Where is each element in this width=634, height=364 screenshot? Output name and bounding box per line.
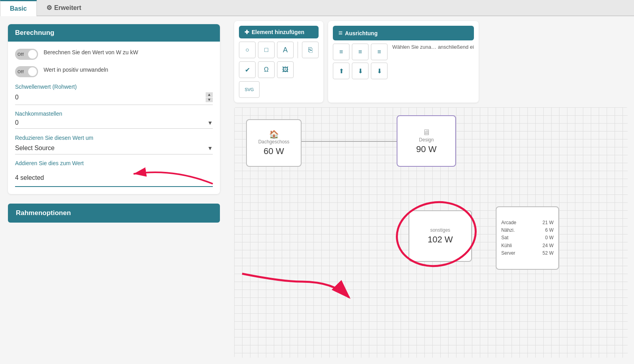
canvas-area[interactable]: 🏠 Dachgeschoss 60 W 🖥 Design 90 W sonsti…	[234, 107, 628, 358]
selected-count: 4 selected	[15, 174, 189, 181]
spinner-down[interactable]: ▼	[206, 97, 213, 102]
select-source-text: Select Source	[15, 145, 207, 152]
element-hinzufuegen-card: ✚ Element hinzufügen ○ □ A ⎘ ✔ Ω 🖼 SVG	[234, 21, 323, 103]
align-top-btn[interactable]: ⬆	[333, 63, 349, 79]
ausrichtung-card: ≡ Ausrichtung ≡ ≡ ≡ ⬆ ⬇ ⬇	[328, 21, 479, 103]
erweitert-icon: ⚙	[46, 4, 52, 11]
arcade-item-arcade: Arcade 21 W	[501, 219, 554, 227]
nahzi-name: Nähzi.	[501, 227, 515, 234]
spinner-up[interactable]: ▲	[206, 92, 213, 97]
schwellenwert-row: ▲ ▼	[15, 92, 213, 105]
toggle-positiv[interactable]: Off	[15, 66, 38, 77]
shape-rect-btn[interactable]: □	[258, 42, 275, 58]
toggle-row-2: Off Wert in positiv umwandeln	[15, 66, 213, 77]
node-design[interactable]: 🖥 Design 90 W	[397, 115, 456, 167]
ausrichtung-btn[interactable]: ≡ Ausrichtung	[333, 26, 474, 40]
align-description: Wählen Sie zuna… anschließend ei	[392, 44, 474, 51]
kuhli-value: 24 W	[542, 242, 554, 250]
toggle-knob-1	[28, 50, 37, 59]
sat-value: 0 W	[545, 234, 554, 242]
arcade-item-sat: Sat 0 W	[501, 234, 554, 242]
dachgeschoss-value: 60 W	[264, 146, 284, 156]
arcade-item-kuhli: Kühli 24 W	[501, 242, 554, 250]
shape-image-btn[interactable]: 🖼	[277, 61, 294, 78]
server-name: Server	[501, 250, 515, 257]
pink-arrow-canvas	[234, 242, 420, 321]
rahmenoptionen-button[interactable]: Rahmenoptionen	[8, 204, 220, 223]
toolbar-area: ✚ Element hinzufügen ○ □ A ⎘ ✔ Ω 🖼 SVG	[228, 16, 634, 107]
pink-arrow-annotation	[189, 172, 213, 184]
shape-circle-btn[interactable]: ○	[239, 42, 256, 58]
shape-icons-row-2: ✔ Ω 🖼	[239, 61, 319, 78]
schwellenwert-label: Schwellenwert (Rohwert)	[15, 84, 213, 90]
arcade-value: 21 W	[542, 219, 554, 227]
align-center-btn[interactable]: ≡	[352, 44, 369, 60]
toggle-text-2: Wert in positiv umwandeln	[44, 66, 108, 74]
nachkommastellen-select[interactable]: 0 1 2	[15, 119, 207, 126]
main-content: Berechnung Off Berechnen Sie den Wert vo…	[0, 16, 634, 364]
sat-name: Sat	[501, 234, 508, 242]
design-value: 90 W	[416, 144, 436, 154]
align-icons-row-2: ⬆ ⬇ ⬇	[333, 63, 388, 79]
design-label: Design	[419, 137, 433, 143]
shape-icons-row-1: ○ □ A ⎘	[239, 42, 319, 58]
arcade-item-nahzi: Nähzi. 6 W	[501, 227, 554, 234]
tab-erweitert-label: Erweitert	[54, 4, 81, 11]
kuhli-name: Kühli	[501, 242, 512, 250]
node-arcade[interactable]: Arcade 21 W Nähzi. 6 W Sat 0 W Kühli 24 …	[496, 206, 559, 270]
arcade-item-server: Server 52 W	[501, 250, 554, 257]
berechnung-body: Off Berechnen Sie den Wert von W zu kW O…	[8, 42, 220, 194]
shape-svg-btn[interactable]: SVG	[239, 81, 260, 98]
tab-bar: Basic ⚙ Erweitert	[0, 0, 634, 16]
addieren-label: Addieren Sie dies zum Wert	[15, 160, 213, 166]
element-plus-icon: ✚	[244, 29, 249, 35]
toggle-knob-2	[28, 67, 37, 76]
element-hinzufuegen-btn[interactable]: ✚ Element hinzufügen	[239, 26, 319, 38]
toggle-text-1: Berechnen Sie den Wert von W zu kW	[44, 49, 138, 57]
dachgeschoss-icon: 🏠	[269, 130, 279, 139]
shape-icons-row-3: SVG	[239, 81, 319, 98]
schwellenwert-input[interactable]	[15, 94, 206, 101]
design-icon: 🖥	[422, 128, 430, 137]
toolbar-divider-1	[298, 42, 298, 58]
align-middle-btn[interactable]: ⬇	[352, 63, 369, 79]
tab-basic[interactable]: Basic	[0, 0, 37, 16]
element-btn-label: Element hinzufügen	[252, 29, 304, 35]
tab-erweitert[interactable]: ⚙ Erweitert	[37, 0, 91, 15]
align-bottom-btn[interactable]: ⬇	[371, 63, 388, 79]
align-icons-row-1: ≡ ≡ ≡	[333, 44, 388, 60]
connector-line-1	[302, 141, 397, 142]
align-right-btn[interactable]: ≡	[371, 44, 388, 60]
berechnung-header: Berechnung	[8, 24, 220, 42]
right-panel: ✚ Element hinzufügen ○ □ A ⎘ ✔ Ω 🖼 SVG	[228, 16, 634, 364]
left-panel: Berechnung Off Berechnen Sie den Wert vo…	[0, 16, 228, 364]
toggle-w-to-kw[interactable]: Off	[15, 49, 38, 60]
arcade-name: Arcade	[501, 219, 516, 227]
server-value: 52 W	[542, 250, 554, 257]
selected-badge-row: 4 selected	[15, 172, 213, 187]
node-sonstiges[interactable]: sonstiges 102 W	[409, 210, 472, 262]
nachkommastellen-label: Nachkommastellen	[15, 111, 213, 117]
align-left-btn[interactable]: ≡	[333, 44, 349, 60]
shape-omega-btn[interactable]: Ω	[258, 61, 275, 78]
toggle-off-label-1: Off	[17, 52, 24, 57]
nachkommastellen-row: 0 1 2 ▼	[15, 119, 213, 129]
toggle-row-1: Off Berechnen Sie den Wert von W zu kW	[15, 49, 213, 60]
berechnung-card: Berechnung Off Berechnen Sie den Wert vo…	[8, 24, 220, 194]
shape-copy-btn[interactable]: ⎘	[302, 42, 319, 58]
sonstiges-value: 102 W	[428, 234, 453, 245]
schwellenwert-spinner: ▲ ▼	[206, 92, 213, 102]
tab-basic-label: Basic	[10, 5, 27, 12]
sonstiges-label: sonstiges	[430, 227, 451, 233]
reduzieren-label: Reduzieren Sie diesen Wert um	[15, 134, 213, 142]
select-source-dropdown[interactable]: Select Source ▼	[15, 145, 213, 154]
toggle-off-label-2: Off	[17, 69, 24, 74]
select-source-arrow: ▼	[207, 145, 213, 151]
shape-check-btn[interactable]: ✔	[239, 61, 256, 78]
shape-text-btn[interactable]: A	[277, 42, 294, 58]
ausrichtung-icon: ≡	[338, 29, 343, 37]
ausrichtung-label: Ausrichtung	[345, 30, 378, 36]
dachgeschoss-label: Dachgeschoss	[258, 139, 290, 145]
nahzi-value: 6 W	[545, 227, 554, 234]
node-dachgeschoss[interactable]: 🏠 Dachgeschoss 60 W	[246, 119, 302, 167]
